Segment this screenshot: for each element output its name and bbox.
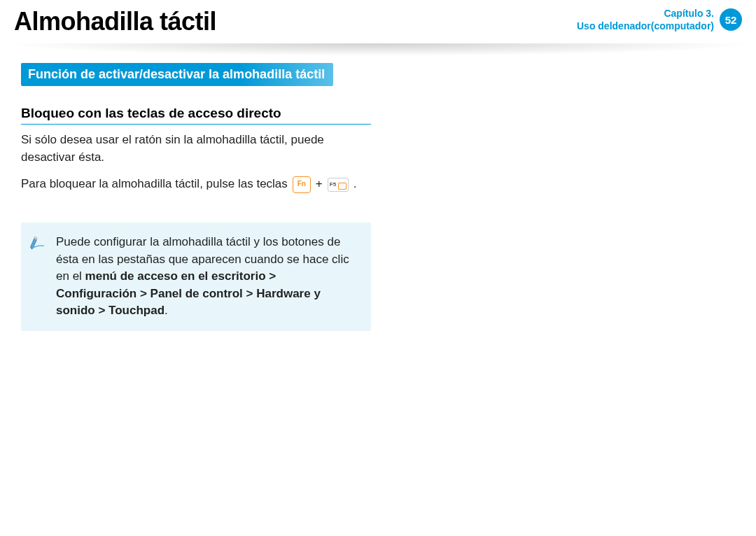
paragraph-2: Para bloquear la almohadilla táctil, pul… (21, 176, 371, 193)
section-banner: Función de activar/desactivar la almohad… (21, 63, 333, 86)
chapter-label: Capítulo 3. (577, 7, 714, 20)
page-title: Almohadilla táctil (14, 7, 216, 36)
note-text-post: . (164, 304, 168, 317)
paragraph-2-post: . (354, 176, 357, 193)
note-bold-path: menú de acceso en el escritorio > Config… (56, 269, 321, 317)
sub-heading: Bloqueo con las teclas de acceso directo (21, 106, 371, 125)
note-box: Puede configurar la almohadilla táctil y… (21, 223, 371, 331)
page-number-badge: 52 (720, 8, 742, 31)
paragraph-1: Si sólo desea usar el ratón sin la almoh… (21, 132, 371, 166)
paragraph-2-pre: Para bloquear la almohadilla táctil, pul… (21, 176, 288, 193)
chapter-info: Capítulo 3. Uso deldenador(computador) 5… (577, 7, 742, 32)
plus-sign: + (316, 176, 323, 193)
chapter-text: Capítulo 3. Uso deldenador(computador) (577, 7, 714, 32)
header-shadow (0, 43, 756, 56)
fn-key-icon: Fn (293, 176, 311, 193)
content-area: Función de activar/desactivar la almohad… (0, 36, 392, 331)
chapter-sub: Uso deldenador(computador) (577, 20, 714, 32)
note-icon (28, 234, 48, 253)
f5-key-icon: F5 (328, 178, 349, 192)
